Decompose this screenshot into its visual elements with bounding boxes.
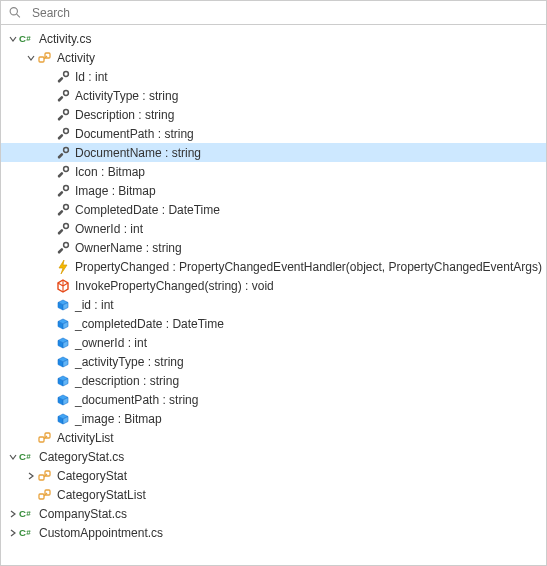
caret-down-icon[interactable]: [7, 451, 19, 463]
svg-text:#: #: [26, 34, 31, 43]
tree-item-label: _completedDate : DateTime: [74, 317, 224, 331]
caret-placeholder: [43, 280, 55, 292]
tree-row[interactable]: ActivityList: [1, 428, 546, 447]
svg-rect-16: [57, 152, 63, 158]
svg-text:C: C: [19, 508, 26, 519]
tree-item-label: CompletedDate : DateTime: [74, 203, 220, 217]
search-input[interactable]: [30, 5, 540, 21]
tree-row[interactable]: Description : string: [1, 105, 546, 124]
class-icon: [37, 50, 53, 66]
tree-row[interactable]: DocumentName : string: [1, 143, 546, 162]
caret-right-icon[interactable]: [7, 527, 19, 539]
svg-rect-22: [57, 209, 63, 215]
svg-text:C: C: [19, 33, 26, 44]
svg-rect-12: [57, 114, 63, 120]
tree-row[interactable]: _documentPath : string: [1, 390, 546, 409]
tree-row[interactable]: Id : int: [1, 67, 546, 86]
tree-item-label: OwnerId : int: [74, 222, 143, 236]
tree-row[interactable]: CategoryStatList: [1, 485, 546, 504]
tree-row[interactable]: _activityType : string: [1, 352, 546, 371]
caret-placeholder: [43, 261, 55, 273]
tree-row[interactable]: Icon : Bitmap: [1, 162, 546, 181]
tree-item-label: _documentPath : string: [74, 393, 198, 407]
caret-placeholder: [43, 71, 55, 83]
caret-placeholder: [43, 109, 55, 121]
svg-point-11: [64, 109, 69, 114]
svg-point-17: [64, 166, 69, 171]
svg-rect-32: [39, 475, 44, 480]
field-block-icon: [55, 316, 71, 332]
tree-row[interactable]: OwnerId : int: [1, 219, 546, 238]
caret-right-icon[interactable]: [7, 508, 19, 520]
field-block-icon: [55, 335, 71, 351]
tree-row[interactable]: PropertyChanged : PropertyChangedEventHa…: [1, 257, 546, 276]
tree-row[interactable]: DocumentPath : string: [1, 124, 546, 143]
tree-row[interactable]: _id : int: [1, 295, 546, 314]
search-bar[interactable]: [1, 1, 546, 25]
svg-text:#: #: [26, 528, 31, 537]
tree-item-label: CustomAppointment.cs: [38, 526, 163, 540]
svg-rect-4: [39, 57, 44, 62]
svg-point-15: [64, 147, 69, 152]
svg-point-9: [64, 90, 69, 95]
tree-row[interactable]: _completedDate : DateTime: [1, 314, 546, 333]
tree-row[interactable]: C#CompanyStat.cs: [1, 504, 546, 523]
property-wrench-icon: [55, 145, 71, 161]
tree-row[interactable]: _image : Bitmap: [1, 409, 546, 428]
caret-placeholder: [43, 223, 55, 235]
svg-point-25: [64, 242, 69, 247]
tree-row[interactable]: CategoryStat: [1, 466, 546, 485]
caret-placeholder: [43, 166, 55, 178]
tree-item-label: PropertyChanged : PropertyChangedEventHa…: [74, 260, 542, 274]
tree-item-label: OwnerName : string: [74, 241, 182, 255]
svg-rect-35: [39, 494, 44, 499]
tree-item-label: CompanyStat.cs: [38, 507, 127, 521]
caret-down-icon[interactable]: [7, 33, 19, 45]
tree-row[interactable]: _ownerId : int: [1, 333, 546, 352]
caret-placeholder: [43, 356, 55, 368]
tree-row[interactable]: C#CustomAppointment.cs: [1, 523, 546, 542]
property-wrench-icon: [55, 164, 71, 180]
tree-row[interactable]: C#CategoryStat.cs: [1, 447, 546, 466]
tree-item-label: Activity: [56, 51, 95, 65]
caret-right-icon[interactable]: [25, 470, 37, 482]
tree-row[interactable]: CompletedDate : DateTime: [1, 200, 546, 219]
search-icon: [7, 5, 23, 21]
tree-item-label: _ownerId : int: [74, 336, 147, 350]
event-lightning-icon: [55, 259, 71, 275]
field-block-icon: [55, 373, 71, 389]
caret-placeholder: [43, 128, 55, 140]
tree-item-label: _id : int: [74, 298, 114, 312]
tree-row[interactable]: InvokePropertyChanged(string) : void: [1, 276, 546, 295]
caret-down-icon[interactable]: [25, 52, 37, 64]
caret-placeholder: [43, 185, 55, 197]
csharp-file-icon: C#: [19, 525, 35, 541]
tree-row[interactable]: Image : Bitmap: [1, 181, 546, 200]
property-wrench-icon: [55, 69, 71, 85]
method-cube-icon: [55, 278, 71, 294]
tree-row[interactable]: C#Activity.cs: [1, 29, 546, 48]
svg-point-13: [64, 128, 69, 133]
tree-item-label: Description : string: [74, 108, 174, 122]
svg-point-21: [64, 204, 69, 209]
caret-placeholder: [43, 90, 55, 102]
tree-row[interactable]: OwnerName : string: [1, 238, 546, 257]
tree-item-label: CategoryStat.cs: [38, 450, 124, 464]
tree-row[interactable]: Activity: [1, 48, 546, 67]
field-block-icon: [55, 392, 71, 408]
tree-view[interactable]: C#Activity.csActivityId : intActivityTyp…: [1, 25, 546, 565]
property-wrench-icon: [55, 221, 71, 237]
svg-rect-14: [57, 133, 63, 139]
tree-row[interactable]: _description : string: [1, 371, 546, 390]
caret-placeholder: [43, 375, 55, 387]
caret-placeholder: [43, 337, 55, 349]
svg-rect-24: [57, 228, 63, 234]
svg-text:C: C: [19, 451, 26, 462]
caret-placeholder: [43, 299, 55, 311]
tree-item-label: CategoryStat: [56, 469, 127, 483]
svg-rect-8: [57, 76, 63, 82]
caret-placeholder: [43, 394, 55, 406]
tree-row[interactable]: ActivityType : string: [1, 86, 546, 105]
svg-rect-20: [57, 190, 63, 196]
class-icon: [37, 468, 53, 484]
